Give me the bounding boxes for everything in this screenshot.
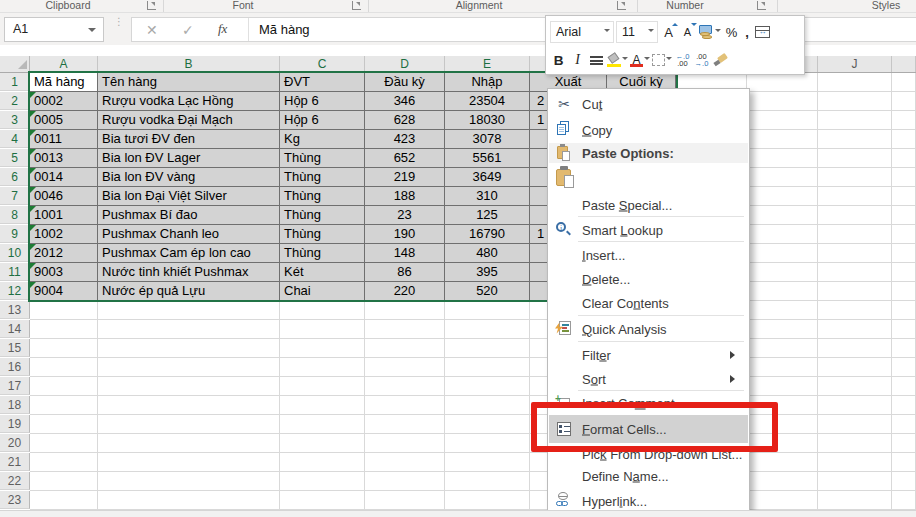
unit-cell[interactable]: Thùng [280, 168, 365, 187]
menu-item-smart-lookup[interactable]: iSmart Lookup [549, 218, 748, 241]
table-header-cell[interactable]: ĐVT [280, 73, 365, 92]
item-code-cell[interactable]: 0013 [30, 149, 98, 168]
opening-qty-cell[interactable]: 423 [365, 130, 445, 149]
received-qty-cell[interactable]: 3078 [445, 130, 530, 149]
item-code-cell[interactable]: 2012 [30, 244, 98, 263]
font-name-dropdown-icon[interactable] [604, 29, 610, 35]
table-header-cell[interactable]: Tên hàng [98, 73, 280, 92]
item-code-cell[interactable]: 9003 [30, 263, 98, 282]
received-qty-cell[interactable]: 395 [445, 263, 530, 282]
row-header-5[interactable]: 5 [0, 149, 30, 167]
font-size-dropdown-icon[interactable] [648, 29, 654, 35]
opening-qty-cell[interactable]: 652 [365, 149, 445, 168]
unit-cell[interactable]: Thùng [280, 149, 365, 168]
row-header-19[interactable]: 19 [0, 415, 30, 433]
opening-qty-cell[interactable]: 148 [365, 244, 445, 263]
row-header-21[interactable]: 21 [0, 453, 30, 471]
item-name-cell[interactable]: Rượu vodka Đại Mạch [98, 111, 280, 130]
horizontal-scrollbar-track[interactable] [0, 510, 916, 517]
name-box-dropdown-icon[interactable] [88, 28, 96, 36]
row-header-10[interactable]: 10 [0, 244, 30, 262]
received-qty-cell[interactable]: 520 [445, 282, 530, 301]
table-header-cell[interactable]: Nhập [445, 73, 530, 92]
menu-item-paste-swatch[interactable] [549, 163, 748, 193]
fill-color-dropdown-icon[interactable] [622, 57, 628, 63]
unit-cell[interactable]: Thùng [280, 225, 365, 244]
item-code-cell[interactable]: 0014 [30, 168, 98, 187]
menu-item-copy[interactable]: Copy [549, 117, 748, 143]
opening-qty-cell[interactable]: 628 [365, 111, 445, 130]
row-header-7[interactable]: 7 [0, 187, 30, 205]
received-qty-cell[interactable]: 480 [445, 244, 530, 263]
row-header-14[interactable]: 14 [0, 320, 30, 338]
column-header-stub[interactable] [892, 56, 916, 72]
decrease-decimal-button[interactable]: .00→.0 [693, 49, 710, 71]
font-color-dropdown-icon[interactable] [644, 57, 650, 63]
format-painter-button[interactable] [712, 49, 729, 71]
received-qty-cell[interactable]: 18030 [445, 111, 530, 130]
column-header-J[interactable]: J [818, 56, 892, 72]
received-qty-cell[interactable]: 3649 [445, 168, 530, 187]
row-header-23[interactable]: 23 [0, 491, 30, 509]
name-box[interactable]: A1 [4, 17, 104, 42]
received-qty-cell[interactable]: 310 [445, 187, 530, 206]
borders-dropdown-icon[interactable] [666, 57, 672, 63]
opening-qty-cell[interactable]: 220 [365, 282, 445, 301]
menu-item-quick-analysis[interactable]: Quick Analysis [549, 317, 748, 340]
bold-button[interactable]: B [550, 49, 567, 71]
row-header-13[interactable]: 13 [0, 301, 30, 319]
row-header-16[interactable]: 16 [0, 358, 30, 376]
column-header-A[interactable]: A [30, 56, 98, 72]
decrease-font-button[interactable]: A [679, 21, 696, 43]
row-header-2[interactable]: 2 [0, 92, 30, 110]
row-header-4[interactable]: 4 [0, 130, 30, 148]
sheet-grid[interactable]: 1234567891011121314151617181920212223Mã … [0, 73, 916, 510]
accounting-format-button[interactable] [698, 21, 721, 43]
menu-item-cut[interactable]: ✂Cut [549, 91, 748, 117]
unit-cell[interactable]: Thùng [280, 206, 365, 225]
item-code-cell[interactable]: 0046 [30, 187, 98, 206]
menu-item-filter[interactable]: Filter [549, 343, 748, 366]
item-name-cell[interactable]: Bia lon ĐV vàng [98, 168, 280, 187]
opening-qty-cell[interactable]: 23 [365, 206, 445, 225]
dialog-launcher-icon[interactable] [617, 1, 626, 10]
row-header-3[interactable]: 3 [0, 111, 30, 129]
enter-icon[interactable]: ✓ [182, 22, 194, 38]
column-header-D[interactable]: D [365, 56, 445, 72]
row-header-18[interactable]: 18 [0, 396, 30, 414]
received-qty-cell[interactable]: 23504 [445, 92, 530, 111]
column-header-B[interactable]: B [98, 56, 280, 72]
formula-bar-value[interactable]: Mã hàng [259, 22, 310, 37]
italic-button[interactable]: I [569, 49, 586, 71]
merge-center-button[interactable]: ↔ [754, 21, 771, 43]
received-qty-cell[interactable]: 5561 [445, 149, 530, 168]
item-code-cell[interactable]: 0002 [30, 92, 98, 111]
opening-qty-cell[interactable]: 188 [365, 187, 445, 206]
item-name-cell[interactable]: Bia lon ĐV Lager [98, 149, 280, 168]
opening-qty-cell[interactable]: 86 [365, 263, 445, 282]
table-header-cell[interactable]: Đầu kỳ [365, 73, 445, 92]
increase-font-button[interactable]: A [660, 21, 677, 43]
menu-item-insert[interactable]: Insert... [549, 243, 748, 266]
row-header-8[interactable]: 8 [0, 206, 30, 224]
received-qty-cell[interactable]: 16790 [445, 225, 530, 244]
menu-item-sort[interactable]: Sort [549, 367, 748, 390]
unit-cell[interactable]: Kg [280, 130, 365, 149]
select-all-corner[interactable] [0, 56, 30, 72]
item-code-cell[interactable]: 0011 [30, 130, 98, 149]
menu-item-insert-comment[interactable]: +Insert Comment [549, 392, 748, 414]
unit-cell[interactable]: Hộp 6 [280, 111, 365, 130]
table-header-cell[interactable]: Mã hàng [30, 73, 98, 92]
menu-item-format-cells[interactable]: Format Cells... [549, 415, 748, 443]
item-name-cell[interactable]: Bia lon Đại Việt Silver [98, 187, 280, 206]
menu-item-paste-special[interactable]: Paste Special... [549, 193, 748, 216]
unit-cell[interactable]: Két [280, 263, 365, 282]
menu-item-define-name[interactable]: Define Name... [549, 465, 748, 487]
unit-cell[interactable]: Thùng [280, 187, 365, 206]
cancel-icon[interactable]: ✕ [146, 22, 158, 38]
item-name-cell[interactable]: Nước tinh khiết Pushmax [98, 263, 280, 282]
unit-cell[interactable]: Chai [280, 282, 365, 301]
row-header-9[interactable]: 9 [0, 225, 30, 243]
font-size-combo[interactable]: 11 [616, 21, 658, 43]
item-name-cell[interactable]: Pushmax Cam ép lon cao [98, 244, 280, 263]
